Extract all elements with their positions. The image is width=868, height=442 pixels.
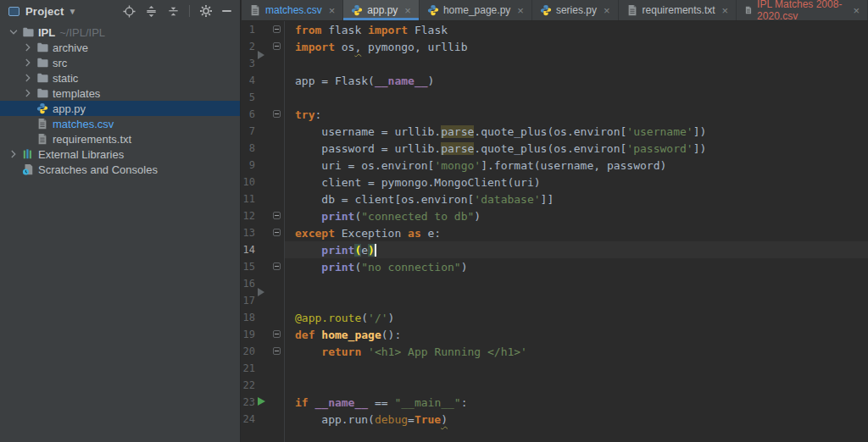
code-line-14[interactable]: 14 print(e) [242,241,868,258]
gutter[interactable] [255,343,284,360]
code-line-23[interactable]: 23if __name__ == "__main__": [242,394,868,411]
line-number[interactable]: 16 [242,278,255,290]
gutter[interactable] [255,191,284,207]
run-icon[interactable] [258,397,265,406]
code-line-21[interactable]: 21 [242,360,868,377]
close-icon[interactable]: × [722,5,729,16]
tab-app-py[interactable]: app.py× [343,0,420,20]
gear-icon[interactable] [199,4,213,18]
line-number[interactable]: 9 [242,159,255,171]
tree-item-matches-csv[interactable]: matches.csv [0,116,240,131]
line-number[interactable]: 24 [242,413,255,425]
close-icon[interactable]: × [517,5,524,16]
tab-matches-csv[interactable]: matches.csv× [242,0,343,20]
code-line-15[interactable]: 15 print("no connection") [242,258,868,275]
line-number[interactable]: 22 [242,379,255,391]
gutter[interactable] [255,207,284,224]
code-line-1[interactable]: 1from flask import Flask [242,21,868,38]
gutter[interactable] [255,411,284,428]
tab-series-py[interactable]: series.py× [532,0,619,20]
fold-end-icon[interactable] [273,212,281,219]
gutter[interactable] [255,157,284,174]
line-number[interactable]: 18 [242,312,255,323]
tree-item-scratches-and-consoles[interactable]: Scratches and Consoles [0,162,240,177]
gutter[interactable] [255,377,284,394]
tree-item-templates[interactable]: templates [0,86,240,101]
line-number[interactable]: 14 [242,244,255,256]
line-number[interactable]: 15 [242,261,255,273]
line-number[interactable]: 10 [242,176,255,188]
collapse-all-icon[interactable] [167,5,180,18]
code-line-4[interactable]: 4app = Flask(__name__) [242,72,868,89]
gutter[interactable] [255,360,284,377]
gutter[interactable] [255,174,284,191]
line-number[interactable]: 4 [242,75,255,86]
fold-end-icon[interactable] [273,42,281,50]
code-line-9[interactable]: 9 uri = os.environ['mongo'].format(usern… [242,157,868,174]
code-line-7[interactable]: 7 username = urllib.parse.quote_plus(os.… [242,123,868,140]
line-number[interactable]: 1 [242,24,255,36]
line-number[interactable]: 11 [242,193,255,205]
gutter[interactable] [255,55,284,72]
code-line-18[interactable]: 18@app.route('/') [242,309,868,326]
close-icon[interactable]: × [853,5,860,16]
gutter[interactable] [255,326,284,343]
code-line-11[interactable]: 11 db = client[os.environ['database']] [242,191,868,207]
chevron-down-icon[interactable] [8,26,19,38]
code-line-24[interactable]: 24 app.run(debug=True) [242,411,868,428]
line-number[interactable]: 2 [242,41,255,52]
code-line-16[interactable]: 16 [242,275,868,292]
code-line-17[interactable]: 17 [242,292,868,309]
tree-item-src[interactable]: src [0,55,240,70]
line-number[interactable]: 12 [242,210,255,222]
tree-item-archive[interactable]: archive [0,40,240,55]
code-line-19[interactable]: 19def home_page(): [242,326,868,343]
tree-item-app-py[interactable]: app.py [0,101,240,116]
gutter[interactable] [255,394,284,411]
fold-start-icon[interactable] [273,25,281,33]
chevron-right-icon[interactable] [22,57,34,69]
collapsed-region-icon[interactable] [258,288,264,296]
gutter[interactable] [255,224,284,241]
gutter[interactable] [255,292,284,309]
fold-end-icon[interactable] [273,347,281,355]
collapsed-region-icon[interactable] [258,51,264,59]
fold-end-icon[interactable] [273,262,281,270]
tree-item-requirements-txt[interactable]: requirements.txt [0,131,240,146]
tree-item-external-libraries[interactable]: External Libraries [0,146,240,162]
chevron-right-icon[interactable] [22,41,34,53]
gutter[interactable] [255,123,284,140]
chevron-down-icon[interactable]: ▼ [68,7,76,16]
code-editor[interactable]: 1from flask import Flask2import os, pymo… [242,21,868,442]
line-number[interactable]: 13 [242,227,255,239]
code-line-8[interactable]: 8 password = urllib.parse.quote_plus(os.… [242,140,868,157]
tab-ipl-matches-2008-2020-csv[interactable]: IPL Matches 2008-2020.csv× [737,0,868,20]
close-icon[interactable]: × [604,5,610,16]
line-number[interactable]: 23 [242,396,255,408]
line-number[interactable]: 3 [242,58,255,69]
line-number[interactable]: 7 [242,125,255,137]
close-icon[interactable]: × [404,5,411,16]
tab-requirements-txt[interactable]: requirements.txt× [619,0,737,20]
code-line-12[interactable]: 12 print("connected to db") [242,207,868,224]
chevron-right-icon[interactable] [22,87,34,99]
expand-all-icon[interactable] [145,5,158,18]
line-number[interactable]: 6 [242,108,255,120]
fold-start-icon[interactable] [273,110,281,118]
gutter[interactable] [255,72,284,89]
gutter[interactable] [255,21,284,38]
gutter[interactable] [255,140,284,157]
chevron-right-icon[interactable] [8,148,19,160]
gutter[interactable] [255,89,284,106]
close-icon[interactable]: × [329,5,336,16]
fold-start-icon[interactable] [273,229,281,236]
tab-home-page-py[interactable]: home_page.py× [420,0,532,20]
code-line-13[interactable]: 13except Exception as e: [242,224,868,241]
line-number[interactable]: 20 [242,345,255,357]
code-line-2[interactable]: 2import os, pymongo, urllib [242,38,868,55]
gutter[interactable] [255,241,284,258]
code-line-22[interactable]: 22 [242,377,868,394]
code-line-20[interactable]: 20 return '<h1> App Running </h1>' [242,343,868,360]
line-number[interactable]: 17 [242,295,255,307]
chevron-right-icon[interactable] [22,72,34,84]
